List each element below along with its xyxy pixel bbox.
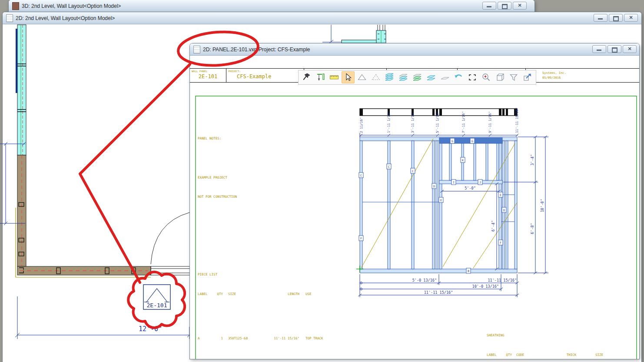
svg-text:D: D (433, 185, 435, 188)
svg-text:2 11/16": 2 11/16" (359, 117, 363, 133)
svg-text:F: F (500, 241, 501, 245)
drawing-date: 05/09/2016 (542, 76, 561, 80)
framing-members (360, 137, 517, 273)
svg-text:C: C (388, 165, 390, 169)
window-3d-title: 3D: 2nd Level, Wall Layout<Option Model> (22, 3, 121, 9)
export-icon[interactable] (521, 71, 534, 83)
svg-text:C: C (412, 169, 414, 173)
svg-text:D: D (503, 209, 505, 212)
svg-text:5'-0": 5'-0" (465, 186, 476, 190)
close-button[interactable] (513, 2, 527, 10)
layers-3-icon[interactable] (397, 71, 410, 83)
info-wall-panel: WALL PANEL 2E-101 (190, 69, 226, 82)
panel-window-titlebar[interactable]: 2D: PANEL.2E-101.vxp Project: CFS-Exampl… (190, 43, 639, 56)
layers-4-icon[interactable] (383, 71, 396, 83)
filter-icon[interactable] (507, 71, 520, 83)
svg-text:1'-11 1/16": 1'-11 1/16" (387, 111, 391, 133)
svg-text:B: B (468, 269, 469, 273)
panel-toolbar (298, 70, 536, 85)
minimize-button[interactable] (594, 14, 607, 22)
svg-text:10'-0 13/16": 10'-0 13/16" (472, 284, 499, 289)
layers-2-icon[interactable] (425, 71, 438, 83)
sheathing-header: LABEL QTY CODE THICK SIZE (487, 352, 639, 359)
svg-text:11'-11 15/16": 11'-11 15/16" (488, 278, 517, 282)
svg-text:G: G (451, 139, 453, 143)
undo-icon[interactable] (452, 71, 465, 83)
panel-drawing-area: WALL PANEL 2E-101 PROJECT: CFS-Example P… (190, 56, 639, 359)
window-2d-title: 2D: 2nd Level, Wall Layout<Option Model> (16, 15, 115, 21)
minimize-button[interactable] (592, 45, 606, 53)
pin-icon[interactable] (300, 71, 313, 83)
panel-notes: PANEL NOTES: EXAMPLE PROJECT NOT FOR CON… (198, 123, 237, 213)
piece-tags: C C C D E G G K I J E D F F B (359, 138, 506, 273)
bottom-dimensions (358, 274, 519, 297)
piece-list-title: PIECE LIST (198, 272, 329, 278)
minimize-button[interactable] (482, 2, 496, 10)
svg-text:C: C (360, 174, 362, 177)
close-button[interactable] (623, 45, 637, 53)
sheathing-table: SHEATHING LABEL QTY CODE THICK SIZE A 1 … (487, 320, 639, 359)
panel-document-icon (193, 46, 200, 53)
height-dimensions (503, 136, 548, 274)
svg-text:11'-11 15/16": 11'-11 15/16" (515, 107, 519, 133)
svg-text:10'-0": 10'-0" (540, 199, 544, 213)
ruler-icon[interactable] (328, 71, 341, 83)
svg-text:7'-11 1/16": 7'-11 1/16" (461, 111, 465, 133)
box-icon[interactable] (494, 71, 507, 83)
opening-dimensions (440, 183, 501, 270)
svg-text:9'-11 1/16": 9'-11 1/16" (488, 111, 492, 133)
desktop: { "window_3d": {"title": "3D: 2nd Level,… (0, 0, 644, 362)
triangle-dashed-icon[interactable] (369, 71, 382, 83)
svg-text:5'-11 1/16": 5'-11 1/16" (435, 111, 439, 133)
svg-text:3'-4": 3'-4" (530, 154, 534, 166)
top-ordinate-dimensions (360, 133, 518, 137)
svg-text:11'-11 15/16": 11'-11 15/16" (424, 290, 453, 295)
svg-text:E: E (440, 199, 442, 202)
maximize-button[interactable] (609, 14, 623, 22)
sheathing-title: SHEATHING (487, 332, 639, 339)
svg-text:6'-4": 6'-4" (491, 220, 495, 232)
triangle-icon[interactable] (355, 71, 368, 83)
select-cursor-icon[interactable] (342, 71, 355, 83)
maximize-button[interactable] (498, 2, 511, 10)
info-company: Systems, Inc. 05/09/2016 (526, 69, 639, 82)
panel-window[interactable]: 2D: PANEL.2E-101.vxp Project: CFS-Exampl… (190, 43, 639, 359)
marquee-icon[interactable] (466, 71, 479, 83)
window-2d-titlebar[interactable]: 2D: 2nd Level, Wall Layout<Option Model> (3, 12, 641, 24)
zoom-in-icon[interactable] (480, 71, 493, 83)
info-project: PROJECT: CFS-Example (226, 69, 304, 82)
plan-view-strip (360, 109, 517, 116)
strap-diagonals (361, 139, 517, 268)
window-3d-titlebar[interactable]: 3D: 2nd Level, Wall Layout<Option Model> (9, 0, 534, 12)
svg-text:I: I (453, 181, 455, 184)
svg-text:F: F (360, 237, 362, 240)
panel-window-title: 2D: PANEL.2E-101.vxp Project: CFS-Exampl… (203, 46, 310, 53)
maximize-button[interactable] (607, 45, 621, 53)
piece-list-header: LABEL QTY SIZE LENGTH USE (198, 291, 329, 298)
company-name: Systems, Inc. (542, 71, 566, 75)
piece-list-row: A 1 350T125-68 11'-11 15/16" TOP TRACK (198, 335, 329, 342)
piece-list-rows: A 1 350T125-68 11'-11 15/16" TOP TRACK B… (198, 310, 329, 359)
layer-1-icon[interactable] (438, 71, 451, 83)
svg-text:J: J (479, 181, 481, 184)
layers-green-icon[interactable] (411, 71, 424, 83)
svg-text:3'-11 1/16": 3'-11 1/16" (411, 111, 415, 133)
2d-document-icon (6, 14, 13, 22)
svg-text:E: E (500, 193, 501, 197)
piece-list-table: PIECE LIST LABEL QTY SIZE LENGTH USE A 1… (198, 259, 329, 359)
svg-text:6'-8": 6'-8" (530, 223, 534, 234)
svg-text:K: K (462, 159, 464, 162)
svg-text:G: G (471, 139, 473, 143)
3d-document-icon (12, 2, 19, 10)
close-button[interactable] (624, 14, 638, 22)
svg-text:5'-0 13/16": 5'-0 13/16" (412, 278, 437, 282)
origin-marker (356, 266, 363, 272)
dimension-tool-icon[interactable] (314, 71, 327, 83)
